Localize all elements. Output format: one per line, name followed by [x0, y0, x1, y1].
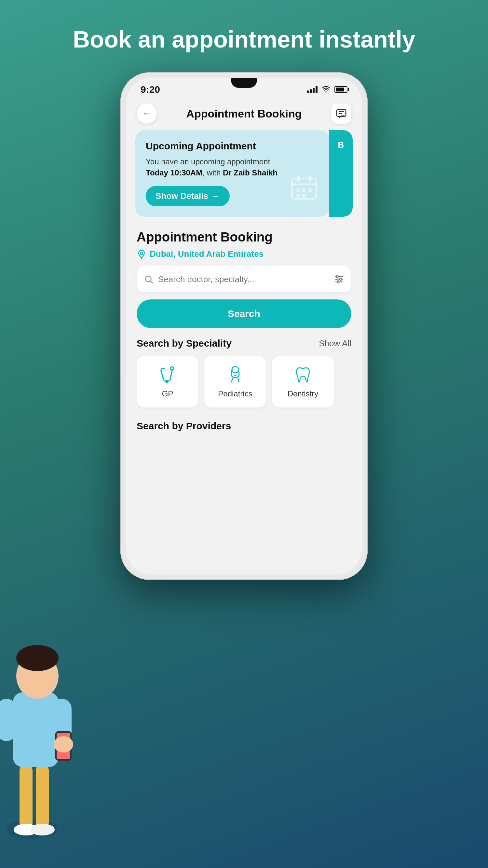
svg-rect-24	[302, 194, 306, 198]
location-pin-icon	[137, 249, 147, 259]
arrow-icon: →	[212, 191, 220, 201]
svg-rect-2	[36, 764, 49, 829]
svg-point-29	[336, 276, 338, 278]
header-title: Appointment Booking	[186, 107, 301, 120]
providers-section-title: Search by Providers	[137, 421, 351, 432]
svg-point-7	[16, 645, 59, 671]
signal-bars-icon	[307, 86, 318, 93]
phone-shell: 9:20	[120, 72, 368, 580]
message-icon	[336, 108, 347, 119]
status-time: 9:20	[140, 84, 160, 95]
svg-rect-22	[308, 188, 312, 192]
svg-rect-8	[0, 699, 16, 741]
upcoming-appointment-card: Upcoming Appointment You have an upcomin…	[135, 130, 329, 217]
status-bar: 9:20	[126, 78, 362, 98]
screen-content: Upcoming Appointment You have an upcomin…	[126, 127, 362, 574]
phone-wrapper: 9:20	[120, 72, 368, 580]
speciality-label-gp: GP	[162, 389, 173, 398]
svg-point-33	[337, 281, 339, 283]
svg-point-25	[140, 252, 143, 254]
page-headline: Book an appointment instantly	[73, 26, 415, 53]
speciality-card-dentistry[interactable]: Dentistry	[272, 356, 334, 407]
svg-rect-5	[13, 692, 59, 767]
svg-line-27	[151, 281, 153, 283]
speciality-label-pediatrics: Pediatrics	[218, 389, 252, 398]
speciality-section-title: Search by Speciality	[137, 338, 232, 349]
upcoming-text: Upcoming Appointment You have an upcomin…	[146, 141, 278, 206]
filter-icon[interactable]	[334, 274, 344, 284]
status-icons	[307, 86, 348, 93]
show-details-button[interactable]: Show Details →	[146, 186, 230, 206]
upcoming-description: You have an upcoming appointment Today 1…	[146, 156, 278, 178]
calendar-icon	[290, 173, 319, 203]
status-notch	[231, 78, 257, 88]
teal-peek-card: B	[329, 130, 353, 217]
baby-icon	[225, 365, 245, 385]
message-button[interactable]	[331, 103, 351, 124]
battery-icon	[334, 86, 348, 93]
svg-point-31	[340, 278, 342, 281]
tooth-icon	[293, 365, 313, 385]
svg-rect-13	[337, 110, 346, 116]
svg-rect-1	[20, 764, 33, 829]
booking-section: Appointment Booking Dubai, United Arab E…	[126, 220, 362, 432]
speciality-card-pediatrics[interactable]: Pediatrics	[204, 356, 266, 407]
show-all-button[interactable]: Show All	[319, 339, 351, 348]
back-arrow-icon: ←	[142, 108, 151, 119]
location-row: Dubai, United Arab Emirates	[137, 249, 351, 259]
search-icon	[144, 274, 154, 284]
back-button[interactable]: ←	[137, 103, 157, 124]
svg-point-38	[233, 372, 234, 373]
search-input-row[interactable]	[137, 266, 351, 292]
upcoming-title: Upcoming Appointment	[146, 141, 278, 152]
svg-point-4	[30, 824, 55, 835]
search-button[interactable]: Search	[137, 300, 351, 328]
battery-fill	[336, 88, 344, 91]
svg-point-39	[236, 372, 237, 373]
svg-rect-21	[302, 188, 306, 192]
speciality-grid: GP	[137, 356, 351, 411]
phone-screen: 9:20	[126, 78, 362, 574]
svg-point-34	[170, 367, 174, 370]
upcoming-section: Upcoming Appointment You have an upcomin…	[126, 127, 362, 220]
stethoscope-icon	[158, 365, 177, 385]
svg-rect-19	[309, 176, 312, 182]
app-header: ← Appointment Booking	[126, 98, 362, 127]
background-figure	[0, 575, 104, 868]
speciality-label-dentistry: Dentistry	[288, 389, 319, 398]
speciality-card-gp[interactable]: GP	[137, 356, 198, 407]
svg-point-37	[232, 367, 238, 373]
search-input[interactable]	[158, 274, 334, 284]
svg-rect-20	[296, 188, 300, 192]
svg-rect-23	[296, 194, 300, 198]
svg-point-35	[165, 380, 168, 383]
wifi-icon	[321, 86, 330, 93]
booking-section-title: Appointment Booking	[137, 230, 351, 244]
svg-point-12	[54, 736, 73, 752]
speciality-header: Search by Speciality Show All	[137, 338, 351, 349]
location-text: Dubai, United Arab Emirates	[150, 249, 263, 259]
svg-rect-18	[297, 176, 300, 182]
